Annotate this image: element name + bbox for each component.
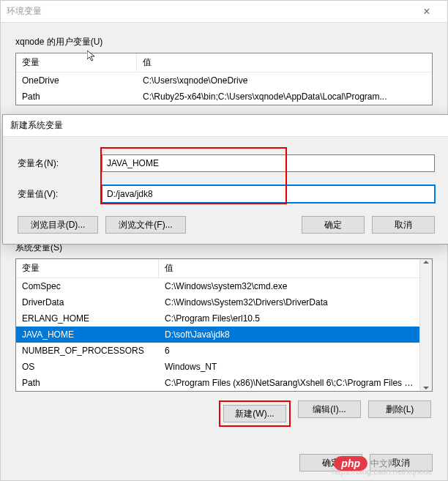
cell-name: NUMBER_OF_PROCESSORS xyxy=(16,344,159,357)
table-row[interactable]: PathC:\Program Files (x86)\NetSarang\Xsh… xyxy=(16,375,419,391)
close-icon[interactable]: × xyxy=(412,5,441,18)
cell-value: C:\Windows\System32\Drivers\DriverData xyxy=(159,296,419,309)
sys-vars-table[interactable]: 变量 值 ComSpecC:\Windows\system32\cmd.exeD… xyxy=(15,258,433,392)
cell-value: C:\Ruby25-x64\bin;C:\Users\xqnode\AppDat… xyxy=(137,90,432,103)
table-row[interactable]: NUMBER_OF_PROCESSORS6 xyxy=(16,343,419,359)
cell-value: C:\Users\xqnode\OneDrive xyxy=(137,74,432,87)
browse-file-button[interactable]: 浏览文件(F)... xyxy=(105,216,186,234)
scrollbar[interactable] xyxy=(419,259,432,391)
cell-value: D:\soft\Java\jdk8 xyxy=(159,328,419,341)
col-name-header[interactable]: 变量 xyxy=(16,53,137,72)
cell-value: Windows_NT xyxy=(159,360,419,373)
cell-name: Path xyxy=(16,90,137,103)
var-value-input[interactable] xyxy=(102,185,435,203)
new-sys-var-button[interactable]: 新建(W)... xyxy=(223,405,286,422)
cell-name: OS xyxy=(16,360,159,373)
cell-value: 6 xyxy=(159,344,419,357)
user-vars-table[interactable]: 变量 值 OneDriveC:\Users\xqnode\OneDrivePat… xyxy=(15,53,433,105)
col-name-header[interactable]: 变量 xyxy=(16,259,159,277)
cell-name: ERLANG_HOME xyxy=(16,312,159,325)
browse-dir-button[interactable]: 浏览目录(D)... xyxy=(18,216,98,234)
table-header: 变量 值 xyxy=(16,259,419,278)
user-vars-label: xqnode 的用户变量(U) xyxy=(15,36,433,48)
var-value-label: 变量值(V): xyxy=(18,188,102,201)
table-row[interactable]: ComSpecC:\Windows\system32\cmd.exe xyxy=(16,278,419,294)
cell-name: DriverData xyxy=(16,296,159,309)
edit-sys-var-button[interactable]: 编辑(I)... xyxy=(298,400,361,418)
scroll-up-icon[interactable] xyxy=(423,261,429,264)
new-sys-var-dialog: 新建系统变量 变量名(N): 变量值(V): 浏览目录(D)... 浏览文件(F… xyxy=(2,114,448,245)
cell-name: Path xyxy=(16,376,159,389)
table-row[interactable]: JAVA_HOMED:\soft\Java\jdk8 xyxy=(16,327,419,343)
titlebar: 环境变量 × xyxy=(1,1,447,23)
cell-name: ComSpec xyxy=(16,280,159,293)
cell-value: C:\Program Files (x86)\NetSarang\Xshell … xyxy=(159,376,419,389)
var-name-input[interactable] xyxy=(102,154,435,172)
col-value-header[interactable]: 值 xyxy=(159,259,419,277)
modal-ok-button[interactable]: 确定 xyxy=(302,216,365,234)
cell-value: C:\Program Files\erl10.5 xyxy=(159,312,419,325)
table-row[interactable]: OSWindows_NT xyxy=(16,359,419,375)
php-logo: php 中文网 xyxy=(334,456,397,471)
table-row[interactable]: DriverDataC:\Windows\System32\Drivers\Dr… xyxy=(16,294,419,310)
table-row[interactable]: ERLANG_HOMEC:\Program Files\erl10.5 xyxy=(16,310,419,327)
delete-sys-var-button[interactable]: 删除(L) xyxy=(368,400,431,418)
modal-title: 新建系统变量 xyxy=(3,115,448,137)
col-value-header[interactable]: 值 xyxy=(137,53,432,72)
php-text: 中文网 xyxy=(370,458,397,470)
window-title: 环境变量 xyxy=(7,5,412,18)
cell-value: C:\Windows\system32\cmd.exe xyxy=(159,280,419,293)
table-header: 变量 值 xyxy=(16,53,432,72)
php-badge: php xyxy=(334,456,367,471)
var-name-label: 变量名(N): xyxy=(18,157,102,170)
table-row[interactable]: OneDriveC:\Users\xqnode\OneDrive xyxy=(16,72,432,89)
scroll-down-icon[interactable] xyxy=(423,387,429,389)
table-row[interactable]: PathC:\Ruby25-x64\bin;C:\Users\xqnode\Ap… xyxy=(16,89,432,105)
modal-cancel-button[interactable]: 取消 xyxy=(372,216,435,234)
cursor-icon xyxy=(87,51,99,62)
cell-name: OneDrive xyxy=(16,74,137,87)
cell-name: JAVA_HOME xyxy=(16,328,159,341)
